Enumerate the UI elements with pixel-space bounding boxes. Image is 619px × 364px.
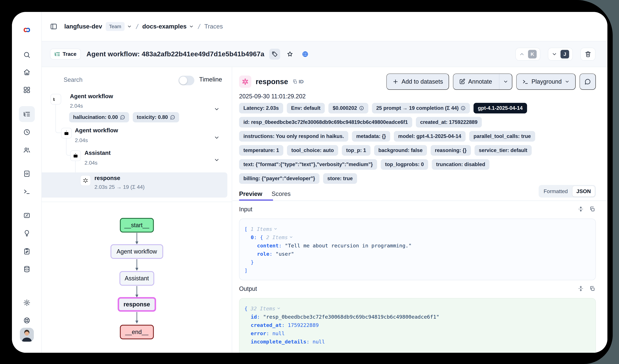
metadata-badge[interactable]: reasoning: {} bbox=[431, 145, 471, 156]
sidebar-item-terminal[interactable] bbox=[19, 184, 35, 199]
format-toggle: FormattedJSON bbox=[539, 185, 596, 198]
project-chevron-down-icon[interactable] bbox=[189, 24, 194, 29]
trace-node-icon[interactable] bbox=[51, 94, 61, 105]
sidebar-item-annotation[interactable] bbox=[19, 243, 35, 259]
metadata-badge[interactable]: billing: {"payer":"developer"} bbox=[239, 173, 319, 184]
model-badge[interactable]: gpt-4.1-2025-04-14 bbox=[474, 103, 527, 113]
next-trace-button[interactable]: J bbox=[548, 48, 573, 61]
sidebar-item-dashboard[interactable] bbox=[19, 82, 35, 98]
collapse-chevron-icon[interactable] bbox=[289, 235, 293, 239]
breadcrumb-project[interactable]: docs-examples bbox=[142, 23, 187, 30]
collapse-chevron-icon[interactable] bbox=[277, 306, 281, 310]
sidebar-item-settings[interactable] bbox=[19, 295, 35, 311]
copy-id-button[interactable]: ID bbox=[293, 79, 304, 84]
sidebar-item-datasets[interactable] bbox=[19, 261, 35, 277]
collapse-chevron-icon[interactable] bbox=[214, 106, 220, 112]
metadata-badge[interactable]: service_tier: default bbox=[475, 145, 532, 156]
collapse-chevron-icon[interactable] bbox=[214, 157, 220, 163]
agent-node-icon[interactable] bbox=[70, 150, 81, 161]
langfuse-logo[interactable] bbox=[19, 22, 35, 38]
annotate-button[interactable]: Annotate bbox=[453, 74, 512, 90]
timeline-toggle[interactable] bbox=[178, 76, 194, 85]
metadata-badge[interactable]: $0.000202 bbox=[328, 103, 368, 113]
sidebar-item-users[interactable] bbox=[19, 142, 35, 158]
format-option-json[interactable]: JSON bbox=[572, 186, 595, 197]
metadata-badge[interactable]: top_p: 1 bbox=[342, 145, 370, 156]
org-chevron-down-icon[interactable] bbox=[127, 24, 132, 29]
metadata-badge[interactable]: top_logprobs: 0 bbox=[381, 159, 428, 170]
home-icon bbox=[23, 68, 30, 76]
tree-row-label[interactable]: Agent workflow bbox=[70, 93, 113, 99]
prev-key-badge: K bbox=[528, 50, 537, 58]
metadata-badge[interactable]: Latency: 2.03s bbox=[239, 103, 283, 113]
user-avatar[interactable] bbox=[20, 328, 34, 342]
globe-public-icon[interactable] bbox=[300, 49, 311, 60]
comments-button[interactable] bbox=[579, 74, 596, 90]
sidebar-item-prompts[interactable] bbox=[19, 166, 35, 182]
collapse-chevron-icon[interactable] bbox=[214, 135, 220, 141]
collapse-chevron-icon[interactable] bbox=[274, 227, 278, 231]
metadata-badge[interactable]: truncation: disabled bbox=[432, 159, 490, 170]
observation-title: response bbox=[256, 78, 288, 86]
json-line: [ 1 Items bbox=[244, 225, 591, 233]
graph-node-Agent workflow[interactable]: Agent workflow bbox=[111, 244, 163, 259]
fold-vertical-icon[interactable] bbox=[578, 206, 584, 212]
badge-text: tool_choice: auto bbox=[291, 147, 334, 153]
copy-icon[interactable] bbox=[589, 286, 595, 291]
plus-icon bbox=[392, 79, 399, 85]
sidebar-item-support[interactable] bbox=[19, 312, 35, 328]
playground-button[interactable]: Playground bbox=[516, 74, 576, 90]
fold-vertical-icon[interactable] bbox=[578, 286, 584, 291]
annotate-dropdown-chevron[interactable] bbox=[499, 74, 512, 89]
observation-detail-panel: response ID Add to datasets Annotate bbox=[232, 67, 607, 353]
tree-row-label[interactable]: Assistant bbox=[84, 149, 111, 156]
sidebar-item-lightbulb[interactable] bbox=[19, 225, 35, 241]
tab-preview[interactable]: Preview bbox=[239, 190, 262, 197]
sidebar-item-home[interactable] bbox=[19, 64, 35, 80]
add-to-datasets-button[interactable]: Add to datasets bbox=[386, 74, 449, 90]
score-badge[interactable]: toxicity: 0.80 bbox=[133, 112, 179, 122]
metadata-badge[interactable]: tool_choice: auto bbox=[287, 145, 338, 156]
star-icon[interactable] bbox=[284, 49, 295, 60]
tree-row-label[interactable]: Agent workflow bbox=[75, 127, 118, 134]
tree-row-label[interactable]: response bbox=[94, 175, 120, 181]
sidebar-item-search[interactable] bbox=[19, 47, 35, 63]
score-badge[interactable]: hallucination: 0.00 bbox=[69, 112, 129, 122]
metadata-badge[interactable]: 25 prompt → 19 completion (Σ 44) bbox=[372, 103, 470, 113]
breadcrumb-org[interactable]: langfuse-dev bbox=[64, 23, 102, 30]
metadata-badge[interactable]: metadata: {} bbox=[352, 131, 390, 142]
tag-icon[interactable] bbox=[269, 49, 280, 60]
input-json-viewer[interactable]: [ 1 Items0: { 2 Itemscontent: "Tell me a… bbox=[239, 219, 596, 280]
tab-scores[interactable]: Scores bbox=[272, 190, 291, 197]
graph-node-response[interactable]: response bbox=[118, 297, 156, 312]
search-input[interactable]: Search bbox=[64, 76, 83, 83]
sidebar-item-clock[interactable] bbox=[19, 124, 35, 140]
metadata-badge[interactable]: background: false bbox=[374, 145, 427, 156]
graph-node-Assistant[interactable]: Assistant bbox=[119, 271, 154, 286]
metadata-badge[interactable]: created_at: 1759222889 bbox=[416, 117, 482, 128]
format-option-formatted[interactable]: Formatted bbox=[540, 186, 572, 197]
metadata-badge[interactable]: model: gpt-4.1-2025-04-14 bbox=[394, 131, 465, 142]
panel-toggle-icon[interactable] bbox=[50, 23, 57, 30]
metadata-badge[interactable]: store: true bbox=[323, 173, 357, 184]
prev-trace-button[interactable]: K bbox=[515, 48, 540, 61]
metadata-badge[interactable]: instructions: You only respond in haikus… bbox=[239, 131, 348, 142]
output-json-viewer[interactable]: { 32 Itemsid: "resp_0beedbcbe3c72fe30068… bbox=[239, 298, 596, 353]
agent-node-icon[interactable] bbox=[61, 128, 72, 138]
sidebar-item-traces[interactable] bbox=[19, 106, 35, 122]
metadata-badge[interactable]: parallel_tool_calls: true bbox=[469, 131, 535, 142]
sidebar-item-evals[interactable] bbox=[19, 207, 35, 223]
metadata-badge[interactable]: Env: default bbox=[287, 103, 325, 113]
graph-node-end[interactable]: __end__ bbox=[120, 325, 154, 339]
copy-icon[interactable] bbox=[589, 206, 595, 212]
metadata-badge[interactable]: temperature: 1 bbox=[239, 145, 283, 156]
metadata-badge[interactable]: text: {"format":{"type":"text"},"verbosi… bbox=[239, 159, 377, 170]
graph-node-start[interactable]: __start__ bbox=[120, 218, 154, 232]
chevron-down-icon bbox=[565, 79, 570, 84]
delete-trace-button[interactable] bbox=[580, 48, 595, 61]
metadata-badge[interactable]: id: resp_0beedbcbe3c72fe30068db9c69bc948… bbox=[239, 117, 412, 128]
breadcrumb-current[interactable]: Traces bbox=[204, 23, 223, 30]
detail-tabs: PreviewScores bbox=[239, 187, 291, 201]
badge-text: store: true bbox=[327, 175, 353, 181]
generation-node-icon[interactable] bbox=[80, 175, 91, 186]
